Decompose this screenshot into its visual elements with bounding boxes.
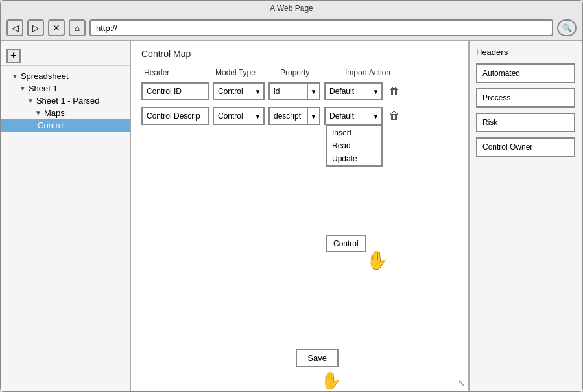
sidebar-item-maps[interactable]: ▼ Maps (1, 107, 130, 119)
col-header-header: Header (144, 68, 215, 77)
browser-window: A Web Page ◁ ▷ ✕ ⌂ 🔍 + ▼ Spreadsheet ▼ S… (0, 0, 583, 392)
sidebar-item-sheet1[interactable]: ▼ Sheet 1 (1, 82, 130, 95)
dropdown-arrow: ▼ (370, 108, 381, 124)
col-header-property: Property (280, 68, 345, 77)
home-button[interactable]: ⌂ (69, 19, 86, 36)
browser-content: + ▼ Spreadsheet ▼ Sheet 1 ▼ Sheet 1 - Pa… (1, 41, 582, 391)
column-headers: Header Model Type Property Import Action (141, 68, 458, 77)
header-tag-automated[interactable]: Automated (476, 63, 575, 83)
go-button[interactable]: 🔍 (557, 19, 577, 36)
tree-arrow: ▼ (19, 85, 26, 92)
dropdown-arrow: ▼ (370, 84, 381, 99)
address-bar[interactable] (89, 19, 553, 36)
delete-row-0-button[interactable]: 🗑 (387, 84, 402, 99)
sidebar-item-label: Maps (44, 108, 65, 118)
page-title: Control Map (141, 49, 458, 59)
drag-cursor-hand: ✋ (366, 249, 388, 271)
header-tag-control-owner[interactable]: Control Owner (476, 137, 575, 157)
sidebar-item-label: Control (38, 121, 65, 130)
add-button[interactable]: + (6, 49, 21, 63)
tree-arrow: ▼ (35, 110, 42, 117)
sidebar: + ▼ Spreadsheet ▼ Sheet 1 ▼ Sheet 1 - Pa… (1, 41, 131, 391)
action-dropdown-popup: Insert Read Update (326, 125, 383, 167)
sidebar-item-sheet1-parsed[interactable]: ▼ Sheet 1 - Parsed (1, 95, 130, 107)
browser-titlebar: A Web Page (1, 1, 582, 16)
browser-toolbar: ◁ ▷ ✕ ⌂ 🔍 (1, 16, 582, 41)
popup-item-update[interactable]: Update (327, 152, 381, 165)
sidebar-item-label: Spreadsheet (21, 71, 69, 81)
tree-arrow: ▼ (27, 97, 34, 104)
col-header-model: Model Type (215, 68, 280, 77)
action-select-1[interactable]: Default ▼ Insert Read Update (324, 107, 383, 125)
model-type-select-1[interactable]: Control ▼ (213, 107, 265, 125)
back-button[interactable]: ◁ (6, 19, 23, 36)
save-button[interactable]: Save (296, 349, 339, 367)
tree-arrow: ▼ (12, 73, 18, 80)
model-type-select-0[interactable]: Control ▼ (213, 82, 265, 100)
header-tag-risk[interactable]: Risk (476, 113, 575, 132)
col-header-import: Import Action (345, 68, 429, 77)
sidebar-item-label: Sheet 1 - Parsed (36, 96, 100, 106)
right-panel: Headers Automated Process Risk Control O… (468, 41, 582, 391)
close-button[interactable]: ✕ (48, 19, 65, 36)
header-tag-process[interactable]: Process (476, 88, 575, 108)
sidebar-item-spreadsheet[interactable]: ▼ Spreadsheet (1, 70, 130, 82)
page-title-tab: A Web Page (270, 4, 313, 13)
popup-item-read[interactable]: Read (327, 139, 381, 152)
save-cursor-hand: ✋ (320, 371, 341, 391)
delete-row-1-button[interactable]: 🗑 (387, 108, 402, 124)
sidebar-item-control[interactable]: Control (1, 119, 130, 132)
right-panel-title: Headers (476, 47, 575, 57)
property-select-1[interactable]: descript ▼ (268, 107, 320, 125)
drag-element-control[interactable]: Control (326, 235, 366, 252)
action-select-0[interactable]: Default ▼ (324, 82, 383, 100)
dropdown-arrow: ▼ (307, 84, 319, 99)
mapping-row-control-desc: Control Descrip Control ▼ descript ▼ Def… (141, 107, 458, 125)
dropdown-arrow: ▼ (252, 84, 263, 99)
forward-button[interactable]: ▷ (27, 19, 44, 36)
mapping-row-control-id: Control ID Control ▼ id ▼ Default ▼ 🗑 (141, 82, 458, 100)
popup-item-insert[interactable]: Insert (327, 126, 381, 139)
sidebar-toolbar: + (1, 46, 130, 66)
field-label-control-id: Control ID (141, 82, 209, 100)
resize-handle[interactable]: ⤡ (458, 378, 466, 388)
dropdown-arrow: ▼ (307, 108, 319, 124)
dropdown-arrow: ▼ (252, 108, 263, 124)
property-select-0[interactable]: id ▼ (268, 82, 320, 100)
field-label-control-desc: Control Descrip (141, 107, 209, 125)
sidebar-item-label: Sheet 1 (29, 84, 58, 93)
main-panel: Control Map Header Model Type Property I… (131, 41, 468, 391)
